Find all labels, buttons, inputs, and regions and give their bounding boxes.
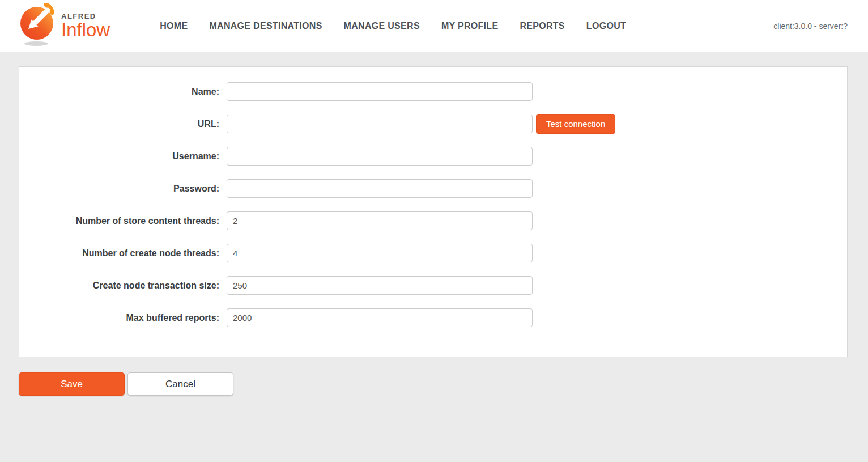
nav-item-manage-users[interactable]: MANAGE USERS	[344, 21, 420, 31]
form-row-name: Name:	[19, 82, 847, 101]
form-row-url: URL:Test connection	[19, 115, 847, 133]
url-input[interactable]	[227, 115, 533, 133]
test-connection-button[interactable]: Test connection	[536, 114, 615, 134]
name-input[interactable]	[227, 82, 533, 101]
logo-text: ALFRED Inflow	[61, 12, 110, 40]
brand-bottom-label: Inflow	[61, 20, 110, 40]
create-node-threads-input[interactable]	[227, 244, 533, 262]
create-node-threads-label: Number of create node threads:	[19, 248, 227, 258]
max-buffered-reports-input[interactable]	[227, 308, 533, 327]
create-node-transaction-size-input[interactable]	[227, 276, 533, 295]
password-input[interactable]	[227, 179, 533, 198]
form-row-store-content-threads: Number of store content threads:	[19, 211, 847, 230]
nav-item-my-profile[interactable]: MY PROFILE	[441, 21, 499, 31]
nav-item-reports[interactable]: REPORTS	[520, 21, 564, 31]
form-actions: Save Cancel	[19, 372, 233, 396]
form-row-create-node-threads: Number of create node threads:	[19, 244, 847, 262]
max-buffered-reports-label: Max buffered reports:	[19, 313, 227, 323]
password-label: Password:	[19, 184, 227, 194]
url-label: URL:	[19, 119, 227, 129]
username-input[interactable]	[227, 147, 533, 166]
cancel-button[interactable]: Cancel	[127, 372, 233, 396]
nav-item-manage-destinations[interactable]: MANAGE DESTINATIONS	[209, 21, 322, 31]
version-text: client:3.0.0 - server:?	[773, 22, 848, 31]
main-nav: HOMEMANAGE DESTINATIONSMANAGE USERSMY PR…	[160, 21, 626, 31]
destination-form-panel: Name:URL:Test connectionUsername:Passwor…	[19, 66, 848, 357]
app-logo[interactable]: ALFRED Inflow	[19, 3, 110, 49]
store-content-threads-label: Number of store content threads:	[19, 216, 227, 226]
name-label: Name:	[19, 87, 227, 97]
inflow-logo-icon	[19, 3, 57, 49]
header: ALFRED Inflow HOMEMANAGE DESTINATIONSMAN…	[0, 0, 868, 52]
form-row-password: Password:	[19, 179, 847, 198]
form-row-username: Username:	[19, 147, 847, 166]
save-button[interactable]: Save	[19, 372, 125, 396]
create-node-transaction-size-label: Create node transaction size:	[19, 281, 227, 291]
form-row-max-buffered-reports: Max buffered reports:	[19, 308, 847, 327]
form-row-create-node-transaction-size: Create node transaction size:	[19, 276, 847, 295]
store-content-threads-input[interactable]	[227, 211, 533, 230]
nav-item-logout[interactable]: LOGOUT	[586, 21, 626, 31]
username-label: Username:	[19, 151, 227, 162]
nav-item-home[interactable]: HOME	[160, 21, 188, 31]
